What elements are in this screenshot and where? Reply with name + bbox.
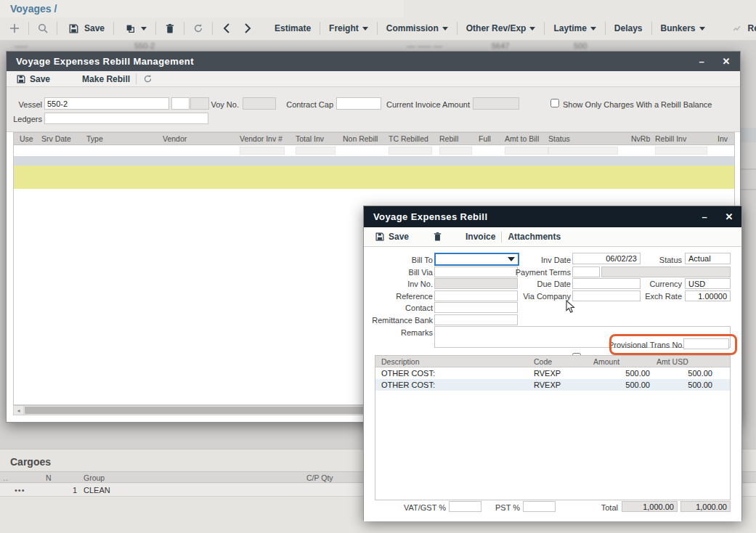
cargo-col-cp-qty: C/P Qty [306,473,333,482]
minimize-button[interactable]: – [695,206,714,227]
delete-icon[interactable] [432,232,442,242]
next-icon[interactable] [240,21,255,36]
pst-label: PST % [484,503,520,512]
vat-gst-input[interactable] [449,501,481,512]
vessel-code-input[interactable] [171,97,190,110]
save-button[interactable]: Save [375,232,409,242]
chevron-down-icon [529,27,535,30]
row-menu-button[interactable]: ••• [15,486,25,495]
chevron-down-icon [141,27,147,30]
status-field[interactable]: Actual [685,253,731,264]
separator [651,22,652,35]
scroll-left-arrow[interactable]: ◂ [14,406,24,415]
separator [212,22,213,35]
total-amount-field: 1,000.00 [622,501,678,512]
payment-terms-label: Payment Terms [498,268,571,277]
breadcrumb-voyages[interactable]: Voyages / [10,3,57,15]
payment-terms-input[interactable] [572,266,600,277]
grid-row-highlighted[interactable] [14,166,734,189]
col-amount: Amount [593,357,619,366]
exch-rate-label: Exch Rate [638,292,682,301]
delete-icon[interactable] [163,21,177,36]
separator [544,22,545,35]
due-date-label: Due Date [498,280,571,288]
currency-label: Currency [638,280,682,288]
separator [184,22,184,35]
laytime-menu[interactable]: Laytime [551,23,598,33]
show-only-rebill-balance-checkbox[interactable] [550,99,559,107]
contract-cap-input[interactable] [336,97,381,110]
dialog-titlebar[interactable]: Voyage Expenses Rebill – ✕ [364,206,741,227]
bunkers-menu[interactable]: Bunkers [659,23,707,33]
due-date-input[interactable] [572,278,641,289]
invoice-tab[interactable]: Invoice [466,232,495,242]
close-button[interactable]: ✕ [720,206,739,227]
commission-menu[interactable]: Commission [384,23,450,33]
col-type: Type [86,134,103,143]
voy-no-field [243,97,276,110]
refresh-icon[interactable] [142,74,153,84]
grid-row-selected[interactable] [14,156,734,166]
copy-menu-button[interactable] [121,21,149,36]
via-company-input[interactable] [572,290,641,301]
save-button[interactable]: Save [16,74,50,84]
estimate-button[interactable]: Estimate [272,23,313,33]
line-item-row[interactable]: OTHER COST: RVEXP 500.00 500.00 [375,367,730,379]
line-item-row[interactable]: OTHER COST: RVEXP 500.00 500.00 [375,379,730,391]
charges-grid-header[interactable]: Use Srv Date Type Vendor Vendor Inv # To… [14,133,734,145]
delays-button[interactable]: Delays [612,23,645,33]
bg-amount: 500 [574,41,587,50]
vat-gst-label: VAT/GST % [388,503,446,512]
remittance-bank-input[interactable] [434,314,518,325]
bg-inv-no: 5647 [492,41,509,50]
col-inv: Inv [718,134,728,143]
inv-date-field[interactable]: 06/02/23 [572,253,641,264]
exch-rate-field[interactable]: 1.00000 [685,290,731,301]
grid-filter-row[interactable] [14,145,734,156]
make-rebill-button[interactable]: Make Rebill [82,74,130,84]
col-vendor: Vendor [163,134,187,143]
minimize-button[interactable]: – [692,52,711,71]
provisional-trans-no-input[interactable] [683,338,729,349]
close-button[interactable]: ✕ [717,52,736,71]
bill-to-label: Bill To [364,256,433,264]
attachments-tab[interactable]: Attachments [508,232,561,242]
app-screen: Voyages / Save [0,0,756,533]
separator [113,22,114,35]
current-invoice-amount-field [473,97,519,110]
line-items-grid: Description Code Amount Amt USD OTHER CO… [375,355,731,500]
cargoes-title: Cargoes [10,456,51,468]
freight-menu[interactable]: Freight [327,23,370,33]
rebill-invoice-dialog: Voyage Expenses Rebill – ✕ Save Invoice … [363,206,742,521]
vessel-input[interactable] [44,97,169,110]
previous-icon[interactable] [219,21,234,36]
col-nvrb: NvRb [631,134,650,143]
ledgers-input[interactable] [44,113,208,124]
col-srv-date: Srv Date [41,134,71,143]
add-icon[interactable] [7,21,22,36]
contact-input[interactable] [434,302,518,313]
col-tc-rebilled: TC Rebilled [389,134,428,143]
rebill-invoice-form: Bill To Bill Via Inv No. Reference Conta… [364,247,741,521]
currency-field[interactable]: USD [685,278,731,289]
search-icon[interactable] [36,21,50,36]
reference-label: Reference [364,292,433,301]
payment-terms-description-field [601,266,731,277]
col-use: Use [20,134,33,143]
vessel-label: Vessel [7,100,42,109]
other-rev-exp-menu[interactable]: Other Rev/Exp [464,23,538,33]
reports-menu[interactable]: Reports [728,21,756,36]
provisional-trans-no-label: Provisional Trans No. [609,341,681,349]
save-button[interactable]: Save [64,21,107,36]
col-description: Description [381,357,420,366]
contact-label: Contact [364,304,433,312]
line-items-header[interactable]: Description Code Amount Amt USD [375,356,730,367]
status-label: Status [638,256,682,264]
total-amt-usd-field: 1,000.00 [680,501,731,512]
col-rebill: Rebill [439,134,458,143]
title-strip [0,0,404,17]
refresh-icon[interactable] [191,21,206,36]
dialog-titlebar[interactable]: Voyage Expenses Rebill Management – ✕ [7,52,740,71]
pst-input[interactable] [523,501,556,512]
chevron-down-icon [699,27,705,30]
